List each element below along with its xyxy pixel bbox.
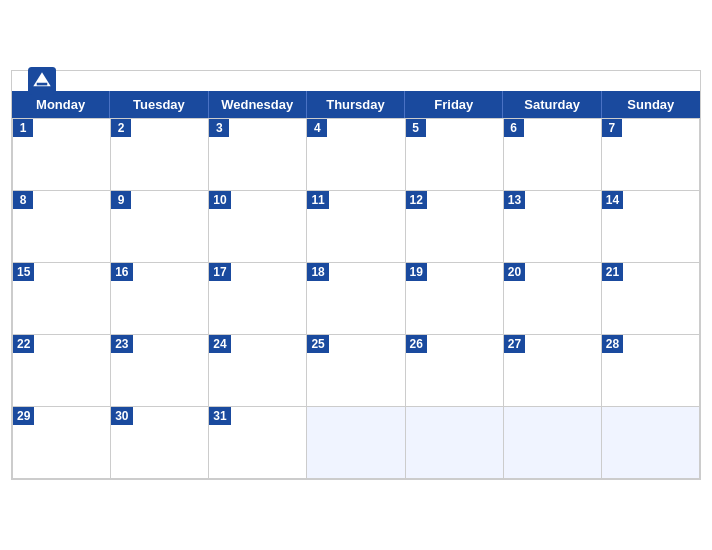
day-number: 24: [209, 335, 230, 353]
day-number: 15: [13, 263, 34, 281]
day-cell: [504, 407, 602, 479]
day-cell: [406, 407, 504, 479]
day-cell: 28: [602, 335, 700, 407]
day-number: 1: [13, 119, 33, 137]
day-cell: 29: [13, 407, 111, 479]
day-cell: 19: [406, 263, 504, 335]
day-cell: 13: [504, 191, 602, 263]
day-cell: 1: [13, 119, 111, 191]
day-cell: [307, 407, 405, 479]
day-number: 22: [13, 335, 34, 353]
day-cell: 18: [307, 263, 405, 335]
day-number: 17: [209, 263, 230, 281]
day-number: 21: [602, 263, 623, 281]
day-number: 16: [111, 263, 132, 281]
day-cell: 25: [307, 335, 405, 407]
calendar: MondayTuesdayWednesdayThursdayFridaySatu…: [11, 70, 701, 480]
day-number: 19: [406, 263, 427, 281]
day-header-saturday: Saturday: [503, 91, 601, 118]
day-number: 11: [307, 191, 328, 209]
day-header-tuesday: Tuesday: [110, 91, 208, 118]
generalblue-logo-icon: [28, 67, 56, 95]
day-cell: 17: [209, 263, 307, 335]
day-number: 20: [504, 263, 525, 281]
calendar-header: [12, 71, 700, 91]
day-header-friday: Friday: [405, 91, 503, 118]
day-cell: 10: [209, 191, 307, 263]
day-number: 6: [504, 119, 524, 137]
logo: [28, 67, 60, 95]
day-number: 29: [13, 407, 34, 425]
day-cell: 3: [209, 119, 307, 191]
day-number: 27: [504, 335, 525, 353]
day-cell: 31: [209, 407, 307, 479]
day-cell: 14: [602, 191, 700, 263]
day-number: 28: [602, 335, 623, 353]
day-number: 8: [13, 191, 33, 209]
day-cell: 16: [111, 263, 209, 335]
day-number: 9: [111, 191, 131, 209]
day-number: 7: [602, 119, 622, 137]
day-number: 13: [504, 191, 525, 209]
day-number: 18: [307, 263, 328, 281]
day-cell: 22: [13, 335, 111, 407]
day-cell: 21: [602, 263, 700, 335]
day-cell: 23: [111, 335, 209, 407]
day-number: 30: [111, 407, 132, 425]
day-cell: 4: [307, 119, 405, 191]
day-header-monday: Monday: [12, 91, 110, 118]
day-cell: 26: [406, 335, 504, 407]
day-header-sunday: Sunday: [602, 91, 700, 118]
day-cell: 12: [406, 191, 504, 263]
day-cell: 30: [111, 407, 209, 479]
day-number: 26: [406, 335, 427, 353]
day-cell: 24: [209, 335, 307, 407]
day-header-thursday: Thursday: [307, 91, 405, 118]
day-number: 31: [209, 407, 230, 425]
day-cell: 6: [504, 119, 602, 191]
day-cell: 9: [111, 191, 209, 263]
day-number: 3: [209, 119, 229, 137]
day-number: 10: [209, 191, 230, 209]
day-cell: 15: [13, 263, 111, 335]
day-number: 2: [111, 119, 131, 137]
calendar-grid: 1234567891011121314151617181920212223242…: [12, 118, 700, 479]
day-headers: MondayTuesdayWednesdayThursdayFridaySatu…: [12, 91, 700, 118]
day-cell: [602, 407, 700, 479]
day-number: 4: [307, 119, 327, 137]
svg-rect-2: [37, 83, 48, 86]
day-cell: 2: [111, 119, 209, 191]
day-number: 14: [602, 191, 623, 209]
day-header-wednesday: Wednesday: [209, 91, 307, 118]
day-cell: 27: [504, 335, 602, 407]
day-number: 12: [406, 191, 427, 209]
day-number: 5: [406, 119, 426, 137]
day-number: 25: [307, 335, 328, 353]
day-cell: 11: [307, 191, 405, 263]
day-cell: 5: [406, 119, 504, 191]
day-cell: 8: [13, 191, 111, 263]
day-cell: 7: [602, 119, 700, 191]
day-cell: 20: [504, 263, 602, 335]
day-number: 23: [111, 335, 132, 353]
